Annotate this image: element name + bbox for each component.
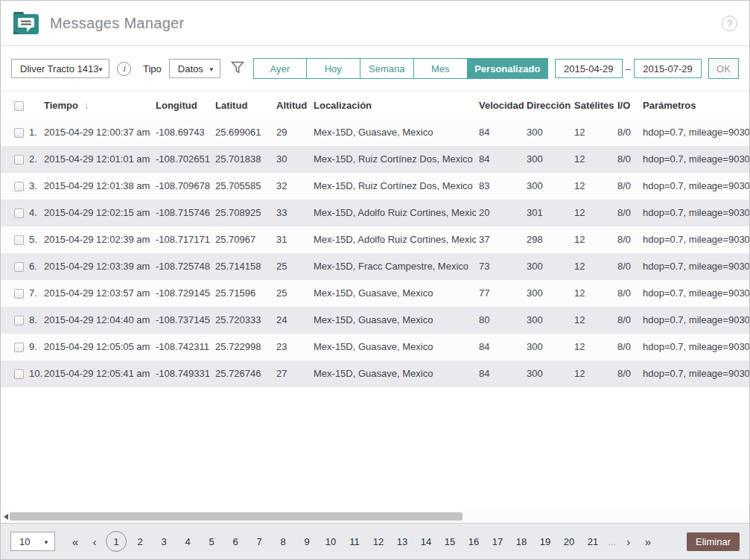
scroll-left-arrow-icon[interactable] xyxy=(4,514,8,520)
type-select[interactable]: Datos ▼ xyxy=(169,59,220,78)
page-number[interactable]: 19 xyxy=(537,536,553,547)
delete-button[interactable]: Eliminar xyxy=(687,532,740,551)
page-number[interactable]: 17 xyxy=(489,536,506,547)
cell-altitud: 23 xyxy=(273,334,311,360)
cell-velocidad: 84 xyxy=(476,334,524,360)
row-checkbox[interactable] xyxy=(14,262,24,272)
cell-velocidad: 20 xyxy=(476,200,524,226)
page-number[interactable]: 3 xyxy=(156,536,172,547)
page-number[interactable]: 14 xyxy=(418,536,434,547)
date-from-input[interactable] xyxy=(555,59,623,78)
row-checkbox[interactable] xyxy=(14,369,24,379)
info-icon[interactable]: i xyxy=(117,62,131,76)
cell-latitud: 25.699061 xyxy=(215,119,273,146)
page-number[interactable]: 11 xyxy=(346,536,363,547)
range-button-personalizado[interactable]: Personalizado xyxy=(468,58,548,79)
page-number[interactable]: 12 xyxy=(370,536,387,547)
cell-tiempo: 2015-04-29 12:04:40 am xyxy=(44,307,156,334)
row-checkbox[interactable] xyxy=(14,316,24,325)
type-select-value: Datos xyxy=(178,63,203,74)
cell-io: 8/0 xyxy=(614,226,640,253)
column-header-tiempo[interactable]: Tiempo↓ xyxy=(44,92,156,119)
table-row[interactable]: 5. 2015-04-29 12:02:39 am -108.717171 25… xyxy=(1,226,749,253)
date-range-separator: – xyxy=(626,63,631,74)
row-checkbox[interactable] xyxy=(14,289,24,299)
cell-tiempo: 2015-04-29 12:02:39 am xyxy=(44,226,156,253)
row-checkbox[interactable] xyxy=(14,209,24,218)
row-checkbox[interactable] xyxy=(14,128,24,138)
page-number[interactable]: 4 xyxy=(179,536,196,547)
page-number[interactable]: 10 xyxy=(322,536,339,547)
cell-satelites: 12 xyxy=(571,200,614,226)
range-button-semana[interactable]: Semana xyxy=(360,58,414,79)
cell-io: 8/0 xyxy=(614,280,640,307)
page-number[interactable]: 7 xyxy=(251,536,267,547)
horizontal-scrollbar[interactable] xyxy=(1,511,749,522)
column-header-longitud[interactable]: Longitud xyxy=(156,92,215,119)
cell-io: 8/0 xyxy=(614,119,640,146)
next-page-button[interactable]: › xyxy=(619,535,638,548)
table-row[interactable]: 1. 2015-04-29 12:00:37 am -108.69743 25.… xyxy=(1,119,749,146)
page-number[interactable]: 2 xyxy=(132,536,148,547)
page-number[interactable]: 21 xyxy=(585,536,601,547)
page-size-select[interactable]: 10 ▼ xyxy=(10,532,55,551)
range-button-hoy[interactable]: Hoy xyxy=(307,58,360,79)
column-header-io[interactable]: I/O xyxy=(614,92,640,119)
cell-tiempo: 2015-04-29 12:01:38 am xyxy=(44,173,156,200)
current-page[interactable]: 1 xyxy=(106,531,127,552)
page-title: Messages Manager xyxy=(50,15,184,32)
row-checkbox[interactable] xyxy=(14,155,24,165)
last-page-button[interactable]: » xyxy=(638,535,658,548)
cell-direccion: 300 xyxy=(524,360,571,387)
select-all-checkbox[interactable] xyxy=(14,101,24,111)
table-row[interactable]: 7. 2015-04-29 12:03:57 am -108.729145 25… xyxy=(1,280,749,307)
cell-io: 8/0 xyxy=(614,334,640,360)
date-to-input[interactable] xyxy=(634,59,702,78)
prev-page-button[interactable]: ‹ xyxy=(85,535,104,548)
table-row[interactable]: 9. 2015-04-29 12:05:05 am -108.742311 25… xyxy=(1,334,749,360)
range-button-mes[interactable]: Mes xyxy=(414,58,468,79)
page-number[interactable]: 6 xyxy=(227,536,244,547)
column-header-altitud[interactable]: Altitud xyxy=(273,92,311,119)
page-number[interactable]: 9 xyxy=(299,536,315,547)
first-page-button[interactable]: « xyxy=(66,535,85,548)
column-header-parametros[interactable]: Parámetros xyxy=(640,92,749,119)
row-checkbox[interactable] xyxy=(14,343,24,352)
page-number[interactable]: 8 xyxy=(275,536,291,547)
page-number[interactable]: 18 xyxy=(513,536,530,547)
page-number[interactable]: 16 xyxy=(465,536,482,547)
table-row[interactable]: 3. 2015-04-29 12:01:38 am -108.709678 25… xyxy=(1,173,749,200)
unit-select[interactable]: Dliver Tracto 1413 ▼ xyxy=(11,59,109,78)
cell-longitud: -108.742311 xyxy=(156,334,215,360)
range-button-ayer[interactable]: Ayer xyxy=(253,58,307,79)
column-header-satelites[interactable]: Satélites xyxy=(571,92,614,119)
page-number[interactable]: 20 xyxy=(561,536,577,547)
table-row[interactable]: 8. 2015-04-29 12:04:40 am -108.737145 25… xyxy=(1,307,749,334)
cell-direccion: 300 xyxy=(524,146,571,173)
page-number[interactable]: 5 xyxy=(203,536,220,547)
cell-longitud: -108.709678 xyxy=(156,173,215,200)
table-row[interactable]: 10. 2015-04-29 12:05:41 am -108.749331 2… xyxy=(1,360,749,387)
help-icon[interactable]: ? xyxy=(722,16,737,31)
column-header-velocidad[interactable]: Velocidad xyxy=(476,92,524,119)
column-header-direccion[interactable]: Dirección xyxy=(524,92,571,119)
table-row[interactable]: 4. 2015-04-29 12:02:15 am -108.715746 25… xyxy=(1,200,749,226)
cell-longitud: -108.729145 xyxy=(156,280,215,307)
ok-button[interactable]: OK xyxy=(708,58,739,79)
column-header-latitud[interactable]: Latitud xyxy=(215,92,273,119)
column-header-localizacion[interactable]: Localización xyxy=(311,92,476,119)
row-checkbox[interactable] xyxy=(14,182,24,191)
filter-icon[interactable] xyxy=(229,60,246,77)
cell-satelites: 12 xyxy=(571,146,614,173)
table-row[interactable]: 6. 2015-04-29 12:03:39 am -108.725748 25… xyxy=(1,253,749,280)
cell-tiempo: 2015-04-29 12:03:39 am xyxy=(44,253,156,280)
table-row[interactable]: 2. 2015-04-29 12:01:01 am -108.702651 25… xyxy=(1,146,749,173)
row-checkbox[interactable] xyxy=(14,235,24,245)
page-number[interactable]: 15 xyxy=(442,536,458,547)
scrollbar-thumb[interactable] xyxy=(10,512,463,521)
cell-parametros: hdop=0.7, mileage=90308 xyxy=(640,307,749,334)
page-number[interactable]: 13 xyxy=(394,536,410,547)
cell-parametros: hdop=0.7, mileage=90306 xyxy=(640,226,749,253)
cell-io: 8/0 xyxy=(614,360,640,387)
cell-num: 10. xyxy=(29,360,44,387)
